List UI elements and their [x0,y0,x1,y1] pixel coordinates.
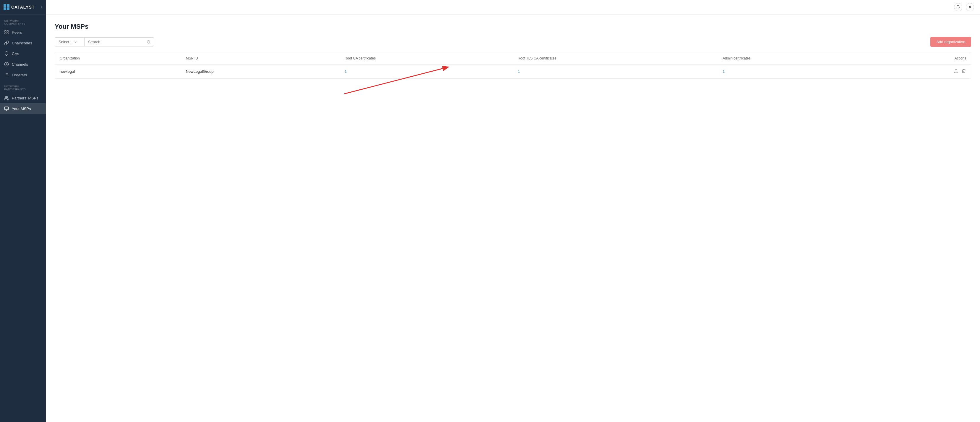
sidebar-item-channels-label: Channels [12,62,28,67]
svg-rect-2 [5,32,6,34]
sidebar-item-cas-label: CAs [12,51,19,56]
filter-select[interactable]: Select... [55,37,84,46]
sidebar: CATALYST ‹ Network components Peers Chai… [0,0,46,422]
svg-rect-3 [7,32,8,34]
sidebar-item-peers[interactable]: Peers [0,27,46,38]
sidebar-item-partners-msps[interactable]: Partners' MSPs [0,93,46,103]
col-root-ca: Root CA certificates [340,53,513,64]
export-button[interactable] [954,69,958,74]
msps-table: Organization MSP ID Root CA certificates… [55,53,971,78]
col-admin-cert: Admin certificates [718,53,877,64]
trash-icon [961,69,966,74]
search-input[interactable] [84,38,144,46]
root-ca-link[interactable]: 1 [345,69,347,74]
sidebar-item-your-msps-label: Your MSPs [12,107,31,111]
chevron-down-icon [74,40,77,43]
sidebar-collapse-button[interactable]: ‹ [41,5,42,10]
sidebar-item-chaincodes[interactable]: Chaincodes [0,38,46,48]
partners-msps-icon [4,96,9,100]
sidebar-item-orderers-label: Orderers [12,73,27,77]
col-actions: Actions [877,53,971,64]
logo-icon [3,4,10,10]
export-icon [954,69,958,74]
sidebar-item-partners-msps-label: Partners' MSPs [12,96,38,100]
main-area: A Your MSPs Select... [46,0,980,422]
sidebar-item-orderers[interactable]: Orderers [0,70,46,80]
svg-rect-1 [7,30,8,32]
page-title: Your MSPs [55,23,971,30]
sidebar-header: CATALYST ‹ [0,0,46,14]
col-msp-id: MSP ID [181,53,340,64]
svg-line-16 [150,43,150,43]
cell-admin-cert: 1 [718,64,877,79]
app-logo: CATALYST [3,4,35,10]
admin-cert-link[interactable]: 1 [722,69,725,74]
search-icon [146,40,151,44]
actions-cell [882,69,966,74]
cell-root-ca: 1 [340,64,513,79]
cell-msp-id: NewLegalGroup [181,64,340,79]
sidebar-item-cas[interactable]: CAs [0,48,46,59]
cell-organization: newlegal [55,64,181,79]
channels-icon [4,62,9,67]
table-header: Organization MSP ID Root CA certificates… [55,53,971,64]
toolbar-left: Select... [55,37,154,46]
svg-point-15 [147,40,150,43]
table-body: newlegal NewLegalGroup 1 1 1 [55,64,971,79]
topbar: A [46,0,980,14]
search-button[interactable] [144,38,154,46]
network-components-label: Network components [0,14,46,27]
app-name: CATALYST [11,5,35,10]
col-organization: Organization [55,53,181,64]
cell-actions [877,64,971,79]
bell-icon [956,5,960,9]
sidebar-item-chaincodes-label: Chaincodes [12,41,32,45]
add-organization-button[interactable]: Add organization [930,37,971,47]
cell-root-tls-ca: 1 [513,64,718,79]
cas-icon [4,51,9,56]
peers-icon [4,30,9,35]
content-wrapper: Your MSPs Select... [55,23,971,79]
root-tls-ca-link[interactable]: 1 [518,69,520,74]
filter-select-label: Select... [59,40,72,44]
svg-rect-12 [5,107,8,109]
msps-table-container: Organization MSP ID Root CA certificates… [55,52,971,79]
network-participants-label: Network participants [0,80,46,93]
sidebar-item-peers-label: Peers [12,30,22,35]
orderers-icon [4,72,9,77]
sidebar-item-your-msps[interactable]: Your MSPs [0,103,46,114]
user-avatar[interactable]: A [966,3,974,11]
col-root-tls-ca: Root TLS CA certificates [513,53,718,64]
svg-rect-0 [5,30,6,32]
your-msps-icon [4,106,9,111]
toolbar: Select... Add organizat [55,37,971,47]
user-initial: A [969,5,971,9]
content-area: Your MSPs Select... [46,14,980,422]
sidebar-item-channels[interactable]: Channels [0,59,46,70]
table-row: newlegal NewLegalGroup 1 1 1 [55,64,971,79]
delete-button[interactable] [961,69,966,74]
svg-point-11 [5,96,6,98]
notifications-button[interactable] [954,3,962,11]
chaincodes-icon [4,40,9,45]
search-box [84,37,154,46]
